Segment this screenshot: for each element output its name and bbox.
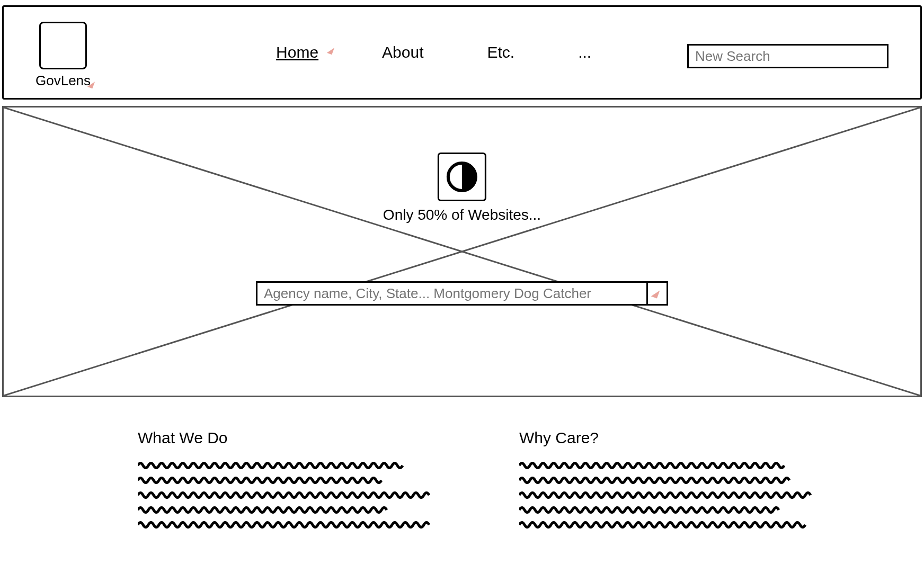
hero-tagline: Only 50% of Websites... xyxy=(383,207,541,223)
what-we-do-column: What We Do xyxy=(138,429,445,527)
placeholder-x-icon xyxy=(4,108,920,396)
what-we-do-heading: What We Do xyxy=(138,429,445,447)
why-care-column: Why Care? xyxy=(519,429,827,527)
why-care-heading: Why Care? xyxy=(519,429,827,447)
hero-banner: Only 50% of Websites... xyxy=(2,106,922,397)
site-header: GovLens Home About Etc. ... xyxy=(2,5,922,100)
primary-nav: Home About Etc. ... xyxy=(276,43,591,61)
why-care-body xyxy=(519,461,827,527)
nav-about[interactable]: About xyxy=(382,43,423,61)
agency-search-button[interactable] xyxy=(648,281,668,306)
hero-search xyxy=(256,281,668,306)
nav-home[interactable]: Home xyxy=(276,43,318,61)
header-search-input[interactable] xyxy=(687,44,889,68)
logo-placeholder[interactable] xyxy=(39,22,87,69)
agency-search-input[interactable] xyxy=(256,281,648,306)
nav-more[interactable]: ... xyxy=(578,43,591,61)
brand-name: GovLens xyxy=(35,73,91,89)
info-columns: What We Do Why Care? xyxy=(138,429,827,527)
nav-etc[interactable]: Etc. xyxy=(487,43,515,61)
what-we-do-body xyxy=(138,461,445,527)
hero-center: Only 50% of Websites... xyxy=(383,153,541,223)
logo-block: GovLens xyxy=(35,22,91,89)
contrast-icon xyxy=(438,153,486,201)
